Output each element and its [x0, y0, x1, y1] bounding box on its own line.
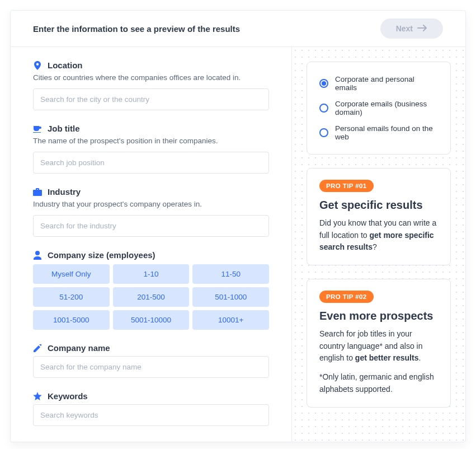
- star-icon: [33, 392, 42, 401]
- arrow-right-icon: [417, 24, 427, 33]
- industry-title: Industry: [48, 187, 81, 197]
- person-icon: [33, 251, 42, 260]
- keywords-input[interactable]: [33, 404, 269, 426]
- size-option[interactable]: 11-50: [192, 264, 269, 284]
- sidebar-column: Corporate and personal emails Corporate …: [292, 47, 465, 442]
- next-button-label: Next: [396, 24, 413, 33]
- job-title-section: Job title The name of the prospect's pos…: [33, 124, 269, 174]
- size-option[interactable]: 1001-5000: [33, 310, 110, 330]
- email-filter-option[interactable]: Corporate and personal emails: [319, 71, 438, 96]
- pro-tip-panel: PRO TIP #01 Get specific results Did you…: [307, 168, 451, 265]
- email-filter-panel: Corporate and personal emails Corporate …: [307, 62, 451, 155]
- pro-tip-badge: PRO TIP #01: [319, 180, 374, 192]
- industry-desc: Industry that your prospect's company op…: [33, 200, 269, 208]
- job-title-desc: The name of the prospect's position in t…: [33, 137, 269, 145]
- radio-icon: [319, 79, 328, 88]
- pro-tip-body: Search for job titles in your country la…: [319, 328, 438, 395]
- coffee-icon: [33, 124, 42, 133]
- pro-tip-badge: PRO TIP #02: [319, 291, 374, 303]
- company-size-grid: Myself Only 1-10 11-50 51-200 201-500 50…: [33, 264, 269, 330]
- radio-label: Corporate emails (business domain): [335, 100, 438, 116]
- pro-tip-body: Did you know that you can write a full l…: [319, 217, 438, 254]
- company-name-section: Company name: [33, 343, 269, 378]
- form-column: Location Cities or countries where the c…: [11, 47, 292, 442]
- radio-label: Corporate and personal emails: [335, 75, 438, 92]
- radio-label: Personal emails found on the web: [335, 124, 438, 141]
- keywords-section: Keywords: [33, 391, 269, 426]
- industry-input[interactable]: [33, 215, 269, 237]
- email-filter-option[interactable]: Personal emails found on the web: [319, 120, 438, 145]
- job-title-input[interactable]: [33, 152, 269, 174]
- next-button[interactable]: Next: [380, 18, 443, 39]
- size-option[interactable]: 201-500: [113, 287, 190, 307]
- size-option[interactable]: 51-200: [33, 287, 110, 307]
- form-card: Enter the information to see a preview o…: [10, 10, 466, 442]
- location-section: Location Cities or countries where the c…: [33, 60, 269, 110]
- body: Location Cities or countries where the c…: [11, 47, 465, 442]
- pro-tip-footnote: *Only latin, germanic and english alphab…: [319, 371, 438, 395]
- pro-tip-title: Get specific results: [319, 199, 438, 212]
- radio-icon: [319, 104, 328, 113]
- keywords-title: Keywords: [48, 391, 88, 401]
- pencil-icon: [33, 344, 42, 353]
- job-title-title: Job title: [48, 124, 80, 133]
- page-title: Enter the information to see a preview o…: [33, 24, 240, 34]
- radio-icon: [319, 128, 328, 137]
- industry-section: Industry Industry that your prospect's c…: [33, 187, 269, 237]
- location-desc: Cities or countries where the companies …: [33, 73, 269, 82]
- company-size-title: Company size (employees): [48, 250, 155, 260]
- company-name-title: Company name: [48, 343, 110, 353]
- pro-tip-panel: PRO TIP #02 Even more prospects Search f…: [307, 279, 451, 407]
- location-pin-icon: [33, 61, 42, 70]
- location-title: Location: [48, 60, 83, 70]
- company-size-section: Company size (employees) Myself Only 1-1…: [33, 250, 269, 330]
- briefcase-icon: [33, 188, 42, 197]
- size-option[interactable]: 10001+: [192, 310, 269, 330]
- pro-tip-title: Even more prospects: [319, 310, 438, 322]
- size-option[interactable]: 501-1000: [192, 287, 269, 307]
- size-option[interactable]: Myself Only: [33, 264, 110, 284]
- size-option[interactable]: 1-10: [113, 264, 190, 284]
- location-input[interactable]: [33, 88, 269, 110]
- size-option[interactable]: 5001-10000: [113, 310, 190, 330]
- header: Enter the information to see a preview o…: [11, 11, 465, 47]
- email-filter-option[interactable]: Corporate emails (business domain): [319, 96, 438, 120]
- company-name-input[interactable]: [33, 356, 269, 378]
